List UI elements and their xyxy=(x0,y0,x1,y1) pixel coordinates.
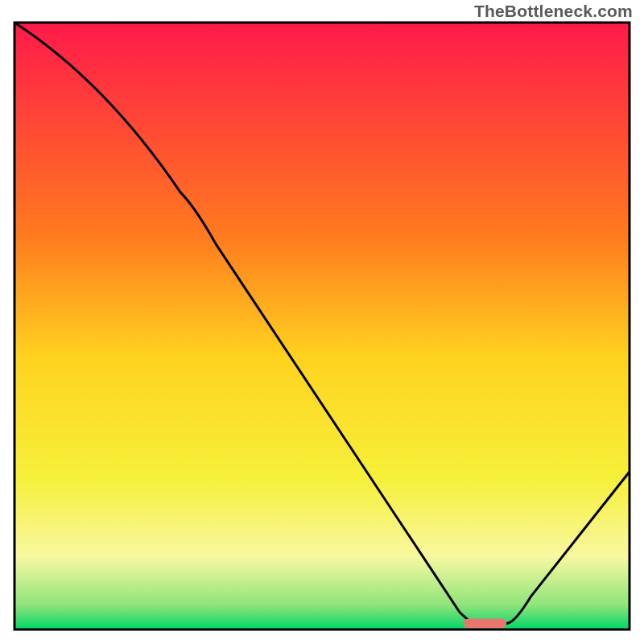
optimal-marker xyxy=(464,618,506,628)
watermark-text: TheBottleneck.com xyxy=(474,2,633,21)
bottleneck-chart xyxy=(0,0,644,644)
gradient-background xyxy=(14,23,630,630)
chart-container: TheBottleneck.com xyxy=(0,0,644,644)
